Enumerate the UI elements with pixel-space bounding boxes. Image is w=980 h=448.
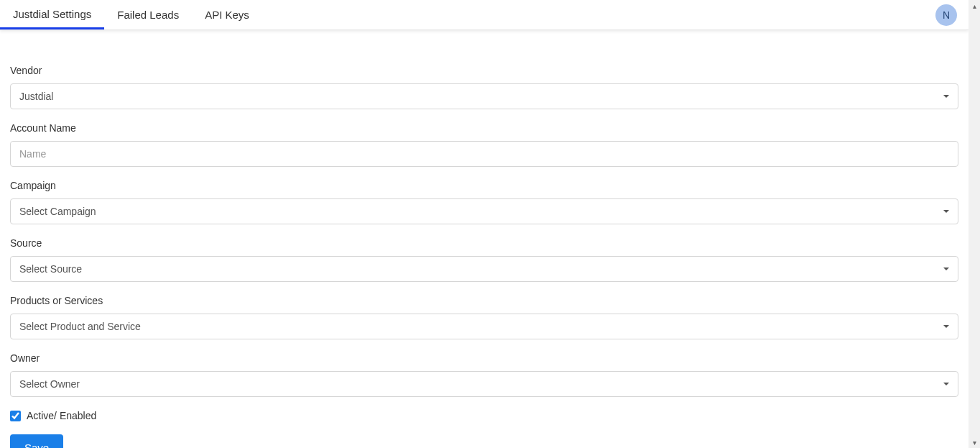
- products-group: Products or Services Select Product and …: [10, 295, 958, 339]
- vendor-group: Vendor Justdial: [10, 65, 958, 109]
- outer-scrollbar: ▴ ▾: [969, 0, 980, 448]
- products-select[interactable]: Select Product and Service: [10, 314, 958, 339]
- account-name-input[interactable]: [10, 141, 958, 167]
- account-name-label: Account Name: [10, 122, 958, 134]
- active-enabled-label: Active/ Enabled: [27, 410, 96, 421]
- owner-group: Owner Select Owner: [10, 352, 958, 397]
- tab-justdial-settings[interactable]: Justdial Settings: [0, 0, 104, 29]
- account-name-group: Account Name: [10, 122, 958, 167]
- owner-select[interactable]: Select Owner: [10, 371, 958, 397]
- campaign-select[interactable]: Select Campaign: [10, 198, 958, 224]
- save-button[interactable]: Save: [10, 434, 63, 448]
- source-label: Source: [10, 237, 958, 249]
- header-bar: Justdial Settings Failed Leads API Keys …: [0, 0, 969, 30]
- products-label: Products or Services: [10, 295, 958, 306]
- active-enabled-checkbox[interactable]: [10, 411, 21, 421]
- tab-failed-leads[interactable]: Failed Leads: [104, 0, 192, 29]
- tab-api-keys[interactable]: API Keys: [192, 0, 262, 29]
- vendor-select[interactable]: Justdial: [10, 83, 958, 109]
- source-group: Source Select Source: [10, 237, 958, 282]
- tab-label: Failed Leads: [117, 9, 179, 21]
- owner-label: Owner: [10, 352, 958, 364]
- avatar-initial: N: [943, 9, 950, 21]
- campaign-label: Campaign: [10, 180, 958, 191]
- active-enabled-row: Active/ Enabled: [10, 410, 958, 421]
- scroll-down-arrow-icon[interactable]: ▾: [969, 436, 980, 448]
- tabs: Justdial Settings Failed Leads API Keys: [0, 0, 262, 29]
- avatar[interactable]: N: [935, 4, 957, 26]
- scroll-up-arrow-icon[interactable]: ▴: [969, 0, 980, 12]
- tab-label: API Keys: [205, 9, 249, 21]
- form-content: Vendor Justdial Account Name Campaign Se…: [0, 30, 969, 448]
- campaign-group: Campaign Select Campaign: [10, 180, 958, 224]
- scroll-track[interactable]: [969, 12, 980, 436]
- source-select[interactable]: Select Source: [10, 256, 958, 282]
- vendor-label: Vendor: [10, 65, 958, 76]
- tab-label: Justdial Settings: [13, 8, 91, 20]
